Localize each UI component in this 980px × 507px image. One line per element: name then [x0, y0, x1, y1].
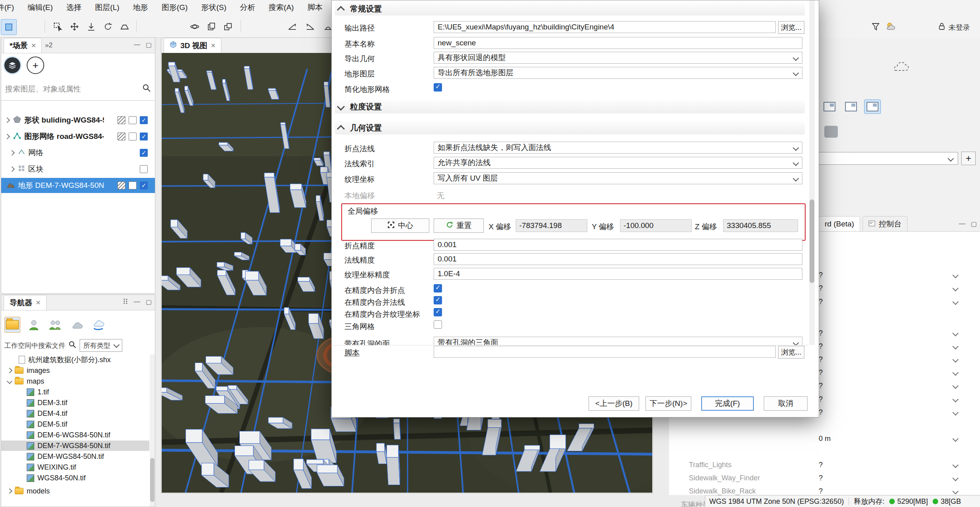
slope-up-icon[interactable]	[285, 19, 300, 34]
layer-row-terrain[interactable]: 地形 DEM-7-WGS84-50N	[1, 178, 155, 193]
menu-search[interactable]: 搜索(A)	[262, 2, 301, 13]
chevron-down-icon[interactable]	[953, 299, 959, 305]
menu-terrain[interactable]: 地形	[126, 2, 155, 13]
orbit-tool-icon[interactable]	[187, 19, 202, 34]
chevron-right-icon[interactable]	[7, 368, 12, 373]
script-input[interactable]	[434, 346, 776, 358]
tree-item-tif[interactable]: DEM-3.tif	[1, 398, 149, 408]
group-icon[interactable]	[47, 317, 63, 333]
menu-edit[interactable]: 编辑(E)	[21, 2, 59, 13]
tab-console[interactable]: 控制台	[863, 216, 908, 231]
inspector-row-sidewalk-way-finder[interactable]: Sidewalk_Way_Finder?	[669, 472, 980, 484]
maximize-icon[interactable]: ▢	[146, 41, 152, 49]
tab-3d-view[interactable]: 3D 视图 ×	[164, 38, 221, 53]
workspace-folder-icon[interactable]	[4, 317, 20, 333]
layer-visible-checkbox[interactable]	[140, 181, 148, 189]
chevron-down-icon[interactable]	[953, 383, 959, 389]
chevron-down-icon[interactable]	[953, 462, 959, 468]
menu-graph[interactable]: 图形(G)	[155, 2, 194, 13]
triangulate-checkbox[interactable]	[434, 320, 442, 329]
base-name-input[interactable]: new_scene	[434, 37, 802, 49]
chevron-right-icon[interactable]	[9, 166, 15, 172]
user-icon[interactable]	[26, 317, 42, 333]
browse-output-path-button[interactable]: 浏览...	[778, 21, 804, 34]
tab-scene[interactable]: *场景 ×	[4, 38, 42, 53]
layers-tool-button[interactable]	[4, 57, 20, 73]
layer-visible-checkbox[interactable]	[140, 133, 148, 140]
chevron-down-icon[interactable]	[953, 285, 959, 292]
section-general-settings[interactable]: 常规设置	[335, 2, 805, 16]
chevron-down-icon[interactable]	[953, 396, 959, 403]
layer-visible-checkbox[interactable]	[140, 165, 148, 173]
layer-row-graph[interactable]: 图形网络 road-WGS84-50N [	[1, 129, 155, 144]
menu-script[interactable]: 脚本	[301, 2, 329, 13]
layer-visible-checkbox[interactable]	[140, 149, 148, 157]
minimize-icon[interactable]: —	[134, 298, 140, 306]
cloud-icon[interactable]	[69, 317, 85, 333]
tree-item-models[interactable]: models	[1, 486, 149, 496]
layout-one-view-button[interactable]	[821, 99, 838, 114]
chevron-right-icon[interactable]	[4, 117, 10, 123]
tree-item-tif[interactable]: DEM-WGS84-50N.tif	[1, 451, 149, 462]
chevron-down-icon[interactable]	[953, 272, 959, 279]
rotate-tool-icon[interactable]	[100, 19, 115, 34]
filter-funnel-icon[interactable]	[868, 19, 883, 34]
back-button[interactable]: <上一步(B)	[589, 396, 639, 411]
layer-row-blocks[interactable]: 区块	[1, 162, 155, 177]
vertex-normals-dropdown[interactable]: 如果折点法线缺失，则写入面法线	[434, 142, 802, 154]
crs-label[interactable]: WGS 1984 UTM Zone 50N (EPSG:32650)	[709, 497, 844, 506]
reset-button[interactable]: 重置	[434, 218, 484, 233]
minimize-icon[interactable]: —	[959, 220, 965, 228]
chevron-down-icon[interactable]	[953, 330, 959, 337]
layer-row-network[interactable]: 网络	[1, 145, 155, 160]
texcoord-precision-input[interactable]: 1.0E-4	[434, 268, 802, 280]
close-icon[interactable]: ×	[31, 41, 36, 50]
finish-button[interactable]: 完成(F)	[701, 396, 754, 411]
menu-select[interactable]: 选择	[60, 2, 88, 13]
center-button[interactable]: 中心	[371, 218, 429, 233]
layer-lock-checkbox[interactable]	[129, 181, 137, 189]
merge-vertices-checkbox[interactable]	[434, 284, 442, 292]
chevron-down-icon[interactable]	[953, 475, 959, 482]
close-icon[interactable]: ×	[211, 41, 216, 50]
layer-row-shapes[interactable]: 形状 buliding-WGS84-50n [4	[1, 113, 155, 128]
layer-lock-checkbox[interactable]	[129, 133, 137, 140]
select-tool-icon[interactable]	[50, 19, 65, 34]
terrain-layers-dropdown[interactable]: 导出所有所选地形图层	[434, 67, 802, 79]
chevron-down-icon[interactable]	[953, 370, 959, 376]
y-offset-input[interactable]: -100.000	[620, 219, 692, 232]
tree-item-tif-selected[interactable]: DEM-7-WGS84-50N.tif	[1, 441, 149, 451]
tab-dashboard[interactable]: rd (Beta)	[819, 216, 860, 231]
tree-item-maps[interactable]: maps	[1, 376, 149, 386]
normal-index-dropdown[interactable]: 允许共享的法线	[434, 157, 802, 169]
navigator-search[interactable]: 工作空间中搜索文件 所有类型	[1, 336, 155, 355]
tree-item-images[interactable]: images	[1, 365, 149, 376]
chevron-right-icon[interactable]	[7, 488, 12, 494]
layer-visibility-mixed-checkbox[interactable]	[117, 133, 125, 140]
maximize-icon[interactable]: ▢	[971, 220, 977, 228]
section-granularity-settings[interactable]: 粒度设置	[335, 100, 805, 113]
active-tool-icon[interactable]	[1, 19, 17, 35]
inspector-row[interactable]: 0 m	[669, 433, 980, 445]
add-rule-button[interactable]: +	[961, 152, 976, 165]
next-button[interactable]: 下一步(N)>	[646, 396, 691, 411]
tree-item-tif[interactable]: 1.tif	[1, 387, 149, 397]
vertex-precision-input[interactable]: 0.001	[434, 239, 802, 251]
browse-script-button[interactable]: 浏览...	[778, 346, 804, 359]
type-filter-dropdown[interactable]: 所有类型	[80, 339, 122, 352]
chevron-right-icon[interactable]	[9, 150, 15, 156]
tree-item-tif[interactable]: WEIXING.tif	[1, 462, 149, 472]
script-label[interactable]: 脚本	[344, 348, 360, 358]
inspector-row-traffic-lights[interactable]: Traffic_Lights?	[669, 459, 980, 471]
tool-blob-icon[interactable]	[824, 126, 838, 138]
tab-navigator[interactable]: 导航器 ×	[4, 295, 47, 310]
login-status[interactable]: 未登录	[938, 22, 970, 32]
view-menu-icon[interactable]	[123, 298, 128, 306]
close-icon[interactable]: ×	[36, 298, 41, 307]
add-layer-button[interactable]: +	[27, 57, 44, 74]
tree-item-tif[interactable]: DEM-4.tif	[1, 408, 149, 419]
scene-search[interactable]: 搜索图层、对象或属性	[1, 78, 155, 101]
inspector-row[interactable]	[669, 446, 980, 458]
menu-analyze[interactable]: 分析	[233, 2, 262, 13]
layer-visible-checkbox[interactable]	[140, 116, 148, 124]
